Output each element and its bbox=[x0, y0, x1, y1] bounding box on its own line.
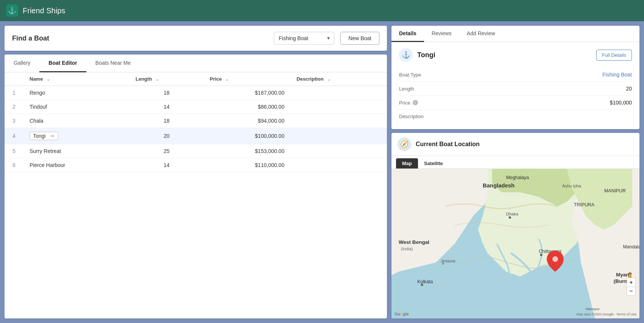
col-description[interactable]: Description ⌄ bbox=[290, 72, 387, 86]
detail-header-left: ⚓ Tongi bbox=[399, 48, 435, 62]
table-row[interactable]: 1 Rengo 18 $167,000.00 bbox=[5, 86, 387, 100]
svg-point-9 bbox=[442, 263, 444, 265]
map-title: Current Boat Location bbox=[416, 141, 480, 148]
col-length[interactable]: Length ⌄ bbox=[129, 72, 204, 86]
row-num: 4 bbox=[5, 128, 23, 144]
table-row[interactable]: 3 Chala 18 $94,000.00 bbox=[5, 114, 387, 128]
svg-text:Ashu Ipha: Ashu Ipha bbox=[562, 184, 582, 188]
tab-reviews[interactable]: Reviews bbox=[424, 26, 459, 42]
table-row[interactable]: 5 Surry Retreat 25 $153,000.00 bbox=[5, 144, 387, 158]
svg-text:MANIPUR: MANIPUR bbox=[604, 188, 626, 193]
table-row[interactable]: 2 Tindouf 14 $86,000.00 bbox=[5, 100, 387, 114]
label-west-bengal: West Bengal bbox=[399, 239, 429, 245]
detail-header: ⚓ Tongi Full Details bbox=[399, 48, 632, 62]
price-info-icon[interactable]: i bbox=[413, 100, 418, 105]
tab-gallery[interactable]: Gallery bbox=[5, 55, 39, 72]
svg-text:Meghalaya: Meghalaya bbox=[506, 175, 529, 180]
price-value: $100,000 bbox=[610, 100, 632, 106]
new-boat-button[interactable]: New Boat bbox=[340, 32, 379, 45]
tabs-card: Gallery Boat Editor Boats Near Me Name ⌄… bbox=[5, 55, 387, 318]
map-icon: 🧭 bbox=[398, 137, 411, 151]
map-card: 🧭 Current Boat Location Map Satellite bbox=[391, 133, 639, 318]
row-price: $94,000.00 bbox=[204, 114, 290, 128]
boat-detail-icon: ⚓ bbox=[399, 48, 413, 62]
table-row[interactable]: 4 Tongi ✏ 20 $100,000.00 bbox=[5, 128, 387, 144]
row-description bbox=[290, 128, 387, 144]
detail-boat-name: Tongi bbox=[417, 51, 435, 59]
full-details-button[interactable]: Full Details bbox=[596, 50, 632, 61]
boat-table-container: Name ⌄ Length ⌄ Price ⌄ Description ⌄ 1 … bbox=[5, 72, 387, 176]
map-tabs-bar: Map Satellite bbox=[391, 156, 639, 169]
length-label: Length bbox=[399, 86, 414, 92]
tabs-header: Gallery Boat Editor Boats Near Me bbox=[5, 55, 387, 72]
tab-boats-near-me[interactable]: Boats Near Me bbox=[86, 55, 140, 72]
svg-text:TRIPURA: TRIPURA bbox=[574, 202, 595, 208]
map-tab-map[interactable]: Map bbox=[396, 158, 418, 169]
table-row[interactable]: 6 Pierce Harbour 14 $110,000.00 bbox=[5, 158, 387, 172]
svg-text:Jessore: Jessore bbox=[441, 259, 455, 263]
price-label: Price i bbox=[399, 100, 418, 106]
col-price[interactable]: Price ⌄ bbox=[204, 72, 290, 86]
tab-add-review[interactable]: Add Review bbox=[459, 26, 503, 42]
svg-text:Kolkata: Kolkata bbox=[417, 279, 433, 284]
svg-point-25 bbox=[552, 256, 558, 262]
map-tab-satellite[interactable]: Satellite bbox=[418, 158, 449, 169]
row-price: $100,000.00 bbox=[204, 128, 290, 144]
edit-pencil-icon[interactable]: ✏ bbox=[51, 133, 55, 139]
description-label: Description bbox=[399, 114, 424, 119]
boat-type-label: Boat Type bbox=[399, 72, 421, 78]
details-tabs: Details Reviews Add Review bbox=[391, 26, 639, 42]
tab-boat-editor[interactable]: Boat Editor bbox=[39, 55, 86, 72]
google-logo: Google bbox=[395, 312, 409, 316]
app-logo: ⚓ bbox=[6, 5, 18, 17]
boat-type-dropdown[interactable]: Fishing Boat Sail Boat Speed Boat Yacht bbox=[274, 32, 334, 45]
row-price: $167,000.00 bbox=[204, 86, 290, 100]
row-num: 5 bbox=[5, 144, 23, 158]
row-length: 14 bbox=[129, 158, 204, 172]
main-container: Find a Boat Fishing Boat Sail Boat Speed… bbox=[0, 21, 644, 323]
svg-point-11 bbox=[421, 284, 423, 286]
find-a-boat-title: Find a Boat bbox=[12, 34, 49, 42]
app-title: Friend Ships bbox=[23, 6, 65, 15]
top-navigation: ⚓ Friend Ships bbox=[0, 0, 644, 21]
row-length: 20 bbox=[129, 128, 204, 144]
row-price: $110,000.00 bbox=[204, 158, 290, 172]
row-price: $153,000.00 bbox=[204, 144, 290, 158]
row-name: Surry Retreat bbox=[23, 144, 129, 158]
row-name: Tindouf bbox=[23, 100, 129, 114]
boat-table: Name ⌄ Length ⌄ Price ⌄ Description ⌄ 1 … bbox=[5, 72, 387, 172]
detail-row-description: Description bbox=[399, 110, 632, 123]
row-description bbox=[290, 100, 387, 114]
zoom-in-button[interactable]: + bbox=[627, 278, 636, 287]
price-label-text: Price bbox=[399, 100, 410, 106]
map-view[interactable]: West Bengal (India) Jessore Kolkata Bang… bbox=[391, 169, 639, 318]
editing-name-text: Tongi bbox=[33, 133, 45, 139]
length-value: 20 bbox=[626, 86, 632, 92]
details-card: Details Reviews Add Review ⚓ Tongi Full … bbox=[391, 26, 639, 129]
row-name: Chala bbox=[23, 114, 129, 128]
detail-row-length: Length 20 bbox=[399, 82, 632, 96]
row-description bbox=[290, 86, 387, 100]
length-sort-icon: ⌄ bbox=[156, 77, 159, 81]
tab-details[interactable]: Details bbox=[391, 26, 424, 42]
svg-text:Navopur: Navopur bbox=[586, 307, 600, 311]
svg-point-14 bbox=[509, 216, 511, 218]
detail-row-price: Price i $100,000 bbox=[399, 96, 632, 110]
map-header: 🧭 Current Boat Location bbox=[391, 133, 639, 156]
col-name[interactable]: Name ⌄ bbox=[23, 72, 129, 86]
row-name: Tongi ✏ bbox=[23, 128, 129, 144]
search-card: Find a Boat Fishing Boat Sail Boat Speed… bbox=[5, 26, 387, 51]
left-panel: Find a Boat Fishing Boat Sail Boat Speed… bbox=[5, 26, 387, 318]
map-zoom-controls: + − bbox=[627, 278, 636, 296]
row-description bbox=[290, 144, 387, 158]
row-name: Pierce Harbour bbox=[23, 158, 129, 172]
map-attribution: Map data ©2020 Google · Terms of Use bbox=[576, 312, 636, 316]
row-price: $86,000.00 bbox=[204, 100, 290, 114]
row-length: 14 bbox=[129, 100, 204, 114]
boat-type-value[interactable]: Fishing Boat bbox=[602, 72, 632, 78]
detail-row-boat-type: Boat Type Fishing Boat bbox=[399, 68, 632, 82]
svg-text:(India): (India) bbox=[401, 247, 413, 251]
zoom-out-button[interactable]: − bbox=[627, 287, 636, 296]
svg-point-16 bbox=[540, 254, 542, 256]
search-card-right: Fishing Boat Sail Boat Speed Boat Yacht … bbox=[274, 32, 379, 45]
